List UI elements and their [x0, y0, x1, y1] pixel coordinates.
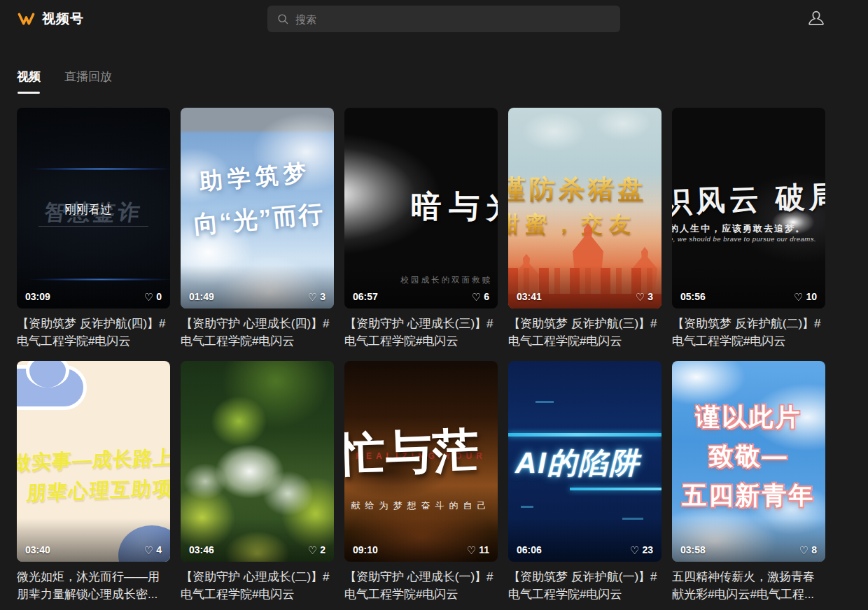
- heart-icon: ♡: [630, 545, 639, 555]
- video-thumbnail[interactable]: 智慧鉴诈 刚刚看过 03:09 ♡0: [17, 108, 170, 308]
- like-count: ♡6: [472, 291, 489, 302]
- duration-label: 01:49: [189, 291, 214, 302]
- duration-label: 05:56: [680, 291, 706, 302]
- like-count: ♡23: [630, 544, 653, 555]
- thumb-overlay-text: 甜蜜，交友: [508, 210, 637, 239]
- duration-label: 03:46: [189, 544, 214, 555]
- heart-icon: ♡: [799, 545, 808, 555]
- like-count: ♡8: [799, 544, 817, 555]
- heart-icon: ♡: [144, 292, 153, 302]
- thumb-tech-bar: [508, 433, 662, 437]
- video-card[interactable]: 谨防杀猪盘 甜蜜，交友 03:41 ♡3 【资助筑梦 反诈护航(三)】#电气工程…: [508, 108, 662, 350]
- video-title[interactable]: 【资助筑梦 反诈护航(二)】#电气工程学院#电闪云: [672, 315, 825, 350]
- duration-label: 06:57: [353, 291, 378, 302]
- thumb-overlay-subtext: 的人生中，应该勇敢去追梦。: [672, 222, 806, 235]
- video-thumbnail[interactable]: 识风云 破局 的人生中，应该勇敢去追梦。 e, we should be bra…: [672, 108, 825, 308]
- video-title[interactable]: 微光如炬，沐光而行——用朋辈力量解锁心理成长密...: [17, 568, 170, 603]
- video-title[interactable]: 【资助守护 心理成长(三)】#电气工程学院#电闪云: [344, 315, 498, 350]
- heart-icon: ♡: [636, 292, 645, 302]
- thumb-overlay-subtext-en: e, we should be brave to pursue our drea…: [672, 235, 816, 243]
- thumb-cloud-shape: [17, 365, 87, 410]
- video-card[interactable]: 识风云 破局 的人生中，应该勇敢去追梦。 e, we should be bra…: [672, 108, 825, 350]
- duration-label: 03:09: [25, 291, 50, 302]
- search-box[interactable]: [267, 6, 620, 32]
- video-card[interactable]: AI的陷阱 06:06 ♡23 【资助筑梦 反诈护航(一)】#电气工程学院#电闪…: [508, 361, 662, 603]
- video-thumbnail[interactable]: 03:46 ♡2: [181, 361, 334, 562]
- video-title[interactable]: 五四精神传薪火，激扬青春献光彩#电闪云#电气工程...: [672, 568, 825, 603]
- video-card[interactable]: 03:46 ♡2 【资助守护 心理成长(二)】#电气工程学院#电闪云: [181, 361, 334, 603]
- thumb-overlay-subtext: 献给为梦想奋斗的自己: [344, 499, 498, 512]
- thumb-light-streak: [17, 168, 170, 170]
- heart-icon: ♡: [472, 292, 481, 302]
- video-thumbnail[interactable]: REALIZING YOUR 忙与茫 献给为梦想奋斗的自己 09:10 ♡11: [344, 361, 498, 562]
- thumb-overlay-text: 谨以此片 致敬— 五四新青年: [672, 397, 825, 515]
- recently-watched-badge: 刚刚看过: [17, 203, 160, 218]
- video-title[interactable]: 【资助守护 心理成长(二)】#电气工程学院#电闪云: [181, 568, 334, 603]
- like-count: ♡10: [794, 291, 817, 302]
- heart-icon: ♡: [467, 545, 476, 555]
- video-thumbnail[interactable]: 助学筑梦 向“光”而行 01:49 ♡3: [181, 108, 334, 308]
- thumb-divider: [38, 226, 149, 227]
- thumb-overlay-text: 暗与光: [411, 186, 498, 227]
- tab-bar: 视频 直播回放: [17, 69, 868, 94]
- channels-logo-icon: [17, 10, 36, 27]
- search-icon: [276, 13, 289, 25]
- video-title[interactable]: 【资助守护 心理成长(四)】#电气工程学院#电闪云: [181, 315, 334, 350]
- thumb-overlay-text: 助学筑梦 向“光”而行: [181, 155, 334, 243]
- duration-label: 03:58: [680, 544, 706, 555]
- like-count: ♡2: [308, 544, 326, 555]
- video-grid: 智慧鉴诈 刚刚看过 03:09 ♡0 【资助筑梦 反诈护航(四)】#电气工程学院…: [17, 108, 868, 603]
- thumb-overlay-text: 做实事—成长路上: [17, 444, 170, 476]
- video-card[interactable]: 做实事—成长路上 朋辈心理互助项目 03:40 ♡4 微光如炬，沐光而行——用朋…: [17, 361, 170, 603]
- video-title[interactable]: 【资助筑梦 反诈护航(一)】#电气工程学院#电闪云: [508, 568, 662, 603]
- thumb-overlay-text: 朋辈心理互助项目: [26, 474, 170, 506]
- heart-icon: ♡: [794, 292, 803, 302]
- heart-icon: ♡: [144, 545, 153, 555]
- video-thumbnail[interactable]: 谨防杀猪盘 甜蜜，交友 03:41 ♡3: [508, 108, 662, 308]
- video-thumbnail[interactable]: 暗与光 校园成长的双面救赎 06:57 ♡6: [344, 108, 498, 308]
- thumb-tech-bar: [570, 488, 662, 490]
- brand: 视频号: [17, 10, 84, 28]
- duration-label: 03:40: [25, 544, 50, 555]
- video-thumbnail[interactable]: 做实事—成长路上 朋辈心理互助项目 03:40 ♡4: [17, 361, 170, 562]
- like-count: ♡0: [144, 291, 162, 302]
- thumb-overlay-text: 谨防杀猪盘: [508, 172, 647, 207]
- thumb-overlay-text: AI的陷阱: [515, 444, 640, 483]
- thumb-overlay-text: 识风云 破局: [672, 177, 825, 222]
- thumb-glitch: [536, 401, 554, 403]
- duration-label: 09:10: [353, 544, 378, 555]
- video-card[interactable]: REALIZING YOUR 忙与茫 献给为梦想奋斗的自己 09:10 ♡11 …: [344, 361, 498, 603]
- tab-live-replay[interactable]: 直播回放: [64, 69, 112, 94]
- profile-icon[interactable]: [805, 8, 827, 30]
- like-count: ♡4: [144, 544, 162, 555]
- video-thumbnail[interactable]: 谨以此片 致敬— 五四新青年 03:58 ♡8: [672, 361, 825, 562]
- duration-label: 06:06: [517, 544, 542, 555]
- app-title: 视频号: [42, 10, 84, 28]
- top-bar: 视频号: [0, 0, 868, 38]
- search-input[interactable]: [295, 13, 611, 25]
- tab-videos[interactable]: 视频: [17, 69, 41, 94]
- video-thumbnail[interactable]: AI的陷阱 06:06 ♡23: [508, 361, 662, 562]
- video-title[interactable]: 【资助守护 心理成长(一)】#电气工程学院#电闪云: [344, 568, 498, 603]
- like-count: ♡3: [308, 291, 326, 302]
- like-count: ♡11: [467, 544, 489, 555]
- video-card[interactable]: 暗与光 校园成长的双面救赎 06:57 ♡6 【资助守护 心理成长(三)】#电气…: [344, 108, 498, 350]
- video-title[interactable]: 【资助筑梦 反诈护航(四)】#电气工程学院#电闪云: [17, 315, 170, 350]
- heart-icon: ♡: [308, 292, 317, 302]
- thumb-overlay-text: 忙与茫: [344, 419, 481, 487]
- video-card[interactable]: 智慧鉴诈 刚刚看过 03:09 ♡0 【资助筑梦 反诈护航(四)】#电气工程学院…: [17, 108, 170, 350]
- heart-icon: ♡: [308, 545, 317, 555]
- video-card[interactable]: 谨以此片 致敬— 五四新青年 03:58 ♡8 五四精神传薪火，激扬青春献光彩#…: [672, 361, 825, 603]
- like-count: ♡3: [636, 291, 653, 302]
- video-card[interactable]: 助学筑梦 向“光”而行 01:49 ♡3 【资助守护 心理成长(四)】#电气工程…: [181, 108, 334, 350]
- thumb-glitch: [521, 506, 533, 508]
- duration-label: 03:41: [517, 291, 542, 302]
- video-title[interactable]: 【资助筑梦 反诈护航(三)】#电气工程学院#电闪云: [508, 315, 662, 350]
